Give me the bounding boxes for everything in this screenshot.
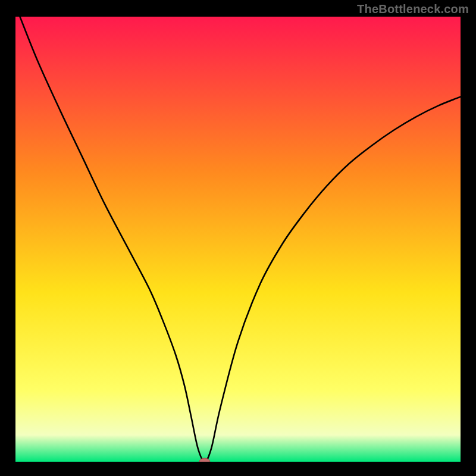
chart-frame: TheBottleneck.com: [0, 0, 476, 476]
gradient-background: [15, 17, 461, 462]
plot-svg: [15, 17, 461, 462]
watermark-text: TheBottleneck.com: [357, 2, 469, 16]
plot-area: [15, 17, 461, 462]
